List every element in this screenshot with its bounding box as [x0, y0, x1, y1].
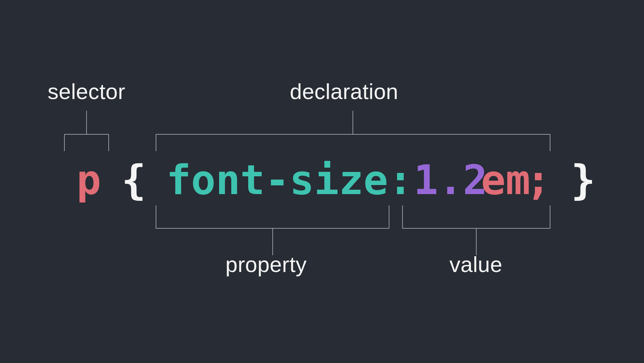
- label-selector: selector: [48, 79, 125, 104]
- token-selector: p: [76, 156, 101, 204]
- value-bracket: [402, 206, 550, 255]
- token-semicolon: ;: [526, 156, 550, 204]
- token-property: font-size:: [166, 156, 413, 204]
- selector-bracket: [64, 111, 109, 151]
- property-bracket: [156, 206, 389, 255]
- token-open-brace: {: [121, 156, 146, 204]
- token-value-unit: em: [481, 156, 530, 204]
- token-value-number: 1.2: [414, 156, 487, 204]
- label-declaration: declaration: [290, 79, 398, 104]
- label-value: value: [449, 252, 502, 277]
- diagram-stage: selector declaration property value: [0, 0, 644, 363]
- label-property: property: [225, 252, 307, 277]
- declaration-bracket: [156, 111, 550, 151]
- token-close-brace: }: [571, 156, 595, 204]
